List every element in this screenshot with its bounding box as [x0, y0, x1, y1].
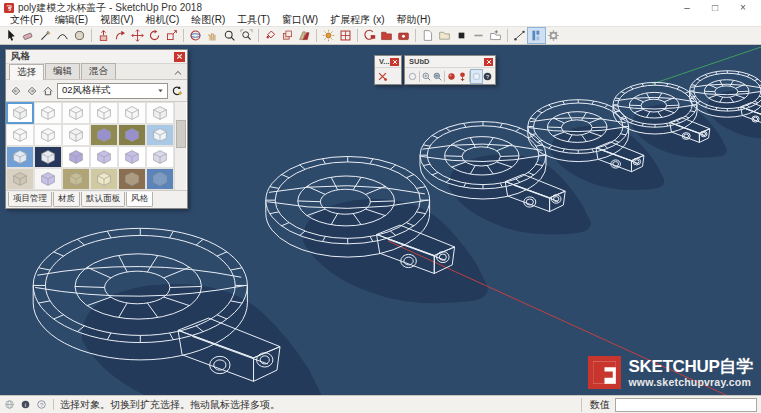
measurement-input[interactable] [615, 398, 757, 412]
toolbar-button-minus-tool[interactable] [470, 28, 487, 43]
viewport[interactable]: 风格 选择编辑混合 02风格样式 项目管理材质默认面板风格 [0, 45, 761, 395]
subd-toolbar-close-button[interactable] [484, 58, 493, 66]
subd-button-subd-help[interactable]: ? [482, 70, 493, 83]
style-swatch-1[interactable] [6, 102, 34, 124]
minus-tool-icon [472, 29, 485, 42]
subd-button-subd-knife[interactable] [446, 70, 457, 83]
style-swatch-23[interactable] [118, 168, 146, 190]
toolbar-button-dimension[interactable] [511, 28, 528, 43]
style-swatch-3[interactable] [62, 102, 90, 124]
tray-tab-材质[interactable]: 材质 [53, 192, 80, 207]
style-name-dropdown[interactable]: 02风格样式 [57, 83, 168, 99]
menu-item-window[interactable]: 窗口(W) [276, 13, 324, 27]
style-swatch-4[interactable] [90, 102, 118, 124]
style-swatch-6[interactable] [146, 102, 174, 124]
toolbar-button-zoom-extents[interactable] [238, 28, 255, 43]
toolbar-button-orbit[interactable] [187, 28, 204, 43]
styles-back-button[interactable] [9, 84, 23, 98]
style-swatch-5[interactable] [118, 102, 146, 124]
style-swatch-19[interactable] [6, 168, 34, 190]
toolbar-button-zoom[interactable] [221, 28, 238, 43]
menu-item-draw[interactable]: 绘图(R) [185, 13, 231, 27]
toolbar-button-export-folder[interactable] [487, 28, 504, 43]
toolbar-button-styles-fan[interactable] [296, 28, 313, 43]
close-button[interactable]: × [729, 2, 757, 13]
toolbar-button-shadows-sun[interactable] [320, 28, 337, 43]
toolbar-button-stop-square[interactable] [453, 28, 470, 43]
style-swatch-15[interactable] [62, 146, 90, 168]
menu-item-tools[interactable]: 工具(T) [231, 13, 276, 27]
style-swatch-8[interactable] [34, 124, 62, 146]
minimize-button[interactable]: – [673, 2, 701, 13]
styles-tab-混合[interactable]: 混合 [81, 63, 116, 79]
subd-toolbar-titlebar[interactable]: SUbD [405, 56, 495, 68]
menu-item-file[interactable]: 文件(F) [4, 13, 49, 27]
style-swatch-2[interactable] [34, 102, 62, 124]
toolbar-button-new-file[interactable] [419, 28, 436, 43]
subd-button-subd-proxy[interactable] [407, 70, 418, 83]
refresh-style-button[interactable] [170, 84, 184, 98]
subd-button-subd-extrude[interactable] [457, 70, 468, 83]
toolbar-button-paint-bucket[interactable] [262, 28, 279, 43]
toolbar-button-shapes-tool[interactable] [71, 28, 88, 43]
styles-home-button[interactable] [41, 84, 55, 98]
toolbar-button-select-arrow[interactable] [3, 28, 20, 43]
maximize-button[interactable]: □ [701, 2, 729, 13]
toolbar-button-pan[interactable] [204, 28, 221, 43]
menu-item-camera[interactable]: 相机(C) [139, 13, 185, 27]
toolbar-button-subd-toggle[interactable] [528, 28, 545, 43]
toolbar-button-open-folder[interactable] [436, 28, 453, 43]
collapse-chevron-icon[interactable] [172, 67, 184, 79]
style-swatch-12[interactable] [146, 124, 174, 146]
credits-icon[interactable]: i [20, 399, 31, 410]
toolbar-button-pushpull[interactable] [95, 28, 112, 43]
toolbar-button-gear[interactable] [545, 28, 562, 43]
toolbar-button-component[interactable] [279, 28, 296, 43]
style-swatch-21[interactable] [62, 168, 90, 190]
vray-tool-button[interactable] [377, 70, 388, 83]
help-circle-icon[interactable]: ? [36, 399, 47, 410]
tray-tab-风格[interactable]: 风格 [126, 192, 153, 207]
toolbar-button-scale[interactable] [163, 28, 180, 43]
style-swatch-18[interactable] [146, 146, 174, 168]
styles-forward-button[interactable] [25, 84, 39, 98]
toolbar-button-subd-crease[interactable] [361, 28, 378, 43]
style-swatch-7[interactable] [6, 124, 34, 146]
toolbar-button-move[interactable] [129, 28, 146, 43]
vray-toolbar-titlebar[interactable]: V... [375, 56, 401, 68]
subd-button-subd-active[interactable] [471, 70, 482, 83]
styles-panel-close-button[interactable] [174, 52, 185, 62]
style-swatch-17[interactable] [118, 146, 146, 168]
style-swatch-24[interactable] [146, 168, 174, 190]
style-swatch-9[interactable] [62, 124, 90, 146]
vray-toolbar-close-button[interactable] [390, 58, 399, 66]
grid-scrollbar[interactable] [174, 102, 186, 190]
style-swatch-11[interactable] [118, 124, 146, 146]
menu-item-view[interactable]: 视图(V) [94, 13, 139, 27]
menu-item-edit[interactable]: 编辑(E) [49, 13, 94, 27]
toolbar-button-subd-folder[interactable] [378, 28, 395, 43]
geolocation-icon[interactable] [4, 399, 15, 410]
menu-item-extensions[interactable]: 扩展程序 (x) [324, 13, 390, 27]
toolbar-button-eraser[interactable] [20, 28, 37, 43]
style-swatch-10[interactable] [90, 124, 118, 146]
scrollbar-thumb[interactable] [176, 120, 186, 148]
toolbar-button-followme[interactable] [112, 28, 129, 43]
styles-tab-编辑[interactable]: 编辑 [45, 63, 80, 79]
subd-button-subd-zoom-out[interactable] [432, 70, 443, 83]
subd-button-subd-zoom-in[interactable] [421, 70, 432, 83]
toolbar-button-rotate[interactable] [146, 28, 163, 43]
style-swatch-22[interactable] [90, 168, 118, 190]
toolbar-button-camera-view[interactable] [395, 28, 412, 43]
styles-tab-选择[interactable]: 选择 [9, 64, 44, 80]
toolbar-button-section-plane[interactable] [337, 28, 354, 43]
toolbar-button-arc-tool[interactable] [54, 28, 71, 43]
toolbar-button-pencil-line[interactable] [37, 28, 54, 43]
style-swatch-20[interactable] [34, 168, 62, 190]
style-swatch-16[interactable] [90, 146, 118, 168]
tray-tab-默认面板[interactable]: 默认面板 [81, 192, 125, 207]
style-swatch-14[interactable] [34, 146, 62, 168]
menu-item-help[interactable]: 帮助(H) [391, 13, 437, 27]
style-swatch-13[interactable] [6, 146, 34, 168]
tray-tab-项目管理[interactable]: 项目管理 [8, 192, 52, 207]
